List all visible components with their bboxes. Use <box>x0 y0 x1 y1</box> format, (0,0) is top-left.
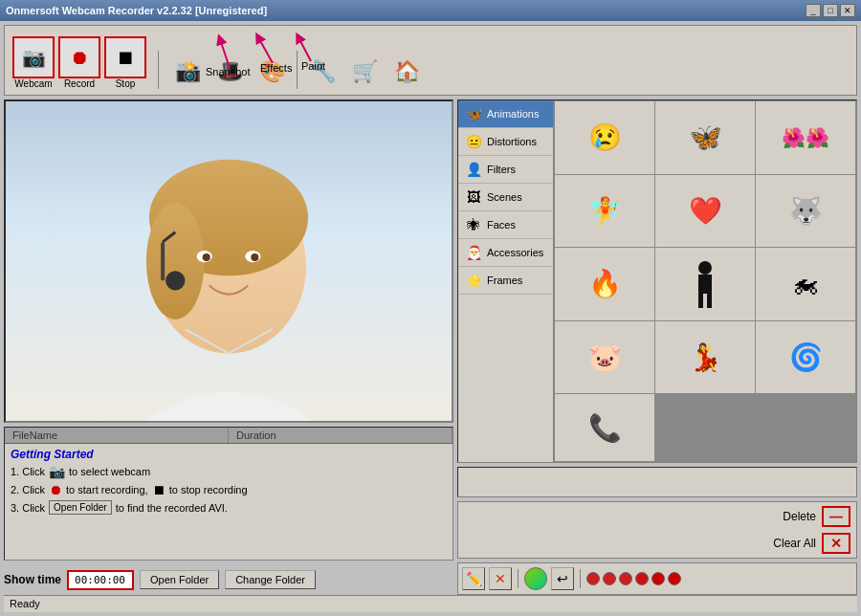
action-buttons-area: Delete — Clear All ✕ <box>457 501 857 559</box>
svg-point-13 <box>166 271 185 290</box>
category-frames[interactable]: ⭐ Frames <box>458 267 553 295</box>
open-folder-inline-btn[interactable]: Open Folder <box>49 500 112 515</box>
title-bar: Onmersoft Webcam Recorder v2.2.32 [Unreg… <box>0 0 861 21</box>
settings-icon[interactable]: 🔧 <box>305 55 340 89</box>
stop-icon-box[interactable]: ⏹ <box>104 36 146 78</box>
category-filters[interactable]: 👤 Filters <box>458 156 553 184</box>
eraser-tool-btn[interactable]: ✕ <box>489 567 512 590</box>
color-wheel-btn[interactable] <box>524 567 547 590</box>
status-text: Ready <box>10 598 40 609</box>
effect-butterfly[interactable]: 🦋 <box>655 101 755 174</box>
delete-label: Delete <box>783 510 816 523</box>
clear-all-button[interactable]: ✕ <box>822 533 850 554</box>
clear-all-label: Clear All <box>773 537 816 550</box>
category-scenes[interactable]: 🖼 Scenes <box>458 184 553 211</box>
category-animations[interactable]: 🦋 Animations <box>458 100 553 128</box>
webcam-label: Webcam <box>14 78 52 89</box>
home-icon[interactable]: 🏠 <box>389 55 424 89</box>
categories-sidebar: 🦋 Animations 😐 Distortions 👤 Filters 🖼 S… <box>458 100 554 462</box>
color-swatch-red4[interactable] <box>651 572 665 585</box>
effect-wolf[interactable]: 🐺 <box>756 175 855 248</box>
close-button[interactable]: ✕ <box>840 4 855 17</box>
person-svg <box>6 101 452 421</box>
effect-spinner[interactable]: 🌀 <box>756 321 855 394</box>
stop-tool[interactable]: ⏹ Stop <box>104 36 146 89</box>
paint-tool[interactable]: 🎨 <box>254 55 289 89</box>
webcam-inline-icon: 📷 <box>49 464 65 479</box>
filters-icon: 👤 <box>464 160 483 179</box>
effect-phone[interactable]: 📞 <box>555 394 654 461</box>
window-controls[interactable]: _ □ ✕ <box>806 4 855 17</box>
shop-tool[interactable]: 🛒 <box>347 55 382 89</box>
effect-cry[interactable]: 😢 <box>555 101 654 174</box>
webcam-icon-box[interactable]: 📷 <box>12 36 55 78</box>
file-list-area: FileName Duration Getting Started 1. Cli… <box>4 427 453 561</box>
delete-row: Delete — <box>783 506 850 527</box>
svg-rect-17 <box>698 275 712 294</box>
effect-motorbike[interactable]: 🏍 <box>756 248 855 320</box>
effect-flower[interactable]: 🌺🌺 <box>756 101 855 174</box>
getting-started-title: Getting Started <box>11 448 447 461</box>
record-inline-icon: ⏺ <box>49 482 62 497</box>
paint-icon[interactable]: 🎨 <box>254 55 289 89</box>
color-swatch-red3[interactable] <box>619 572 632 585</box>
effects-tool[interactable]: 🎩 <box>212 55 247 89</box>
home-tool[interactable]: 🏠 <box>389 55 424 89</box>
snapshot-tool[interactable]: 📸 <box>170 55 205 89</box>
effect-fairy[interactable]: 🧚 <box>555 175 654 248</box>
left-panel: FileName Duration Getting Started 1. Cli… <box>4 99 453 595</box>
bottom-right: Delete — Clear All ✕ ✏️ ✕ <box>457 467 857 595</box>
delete-button[interactable]: — <box>822 506 850 527</box>
undo-tool-btn[interactable]: ↩ <box>551 567 574 590</box>
pencil-tool-btn[interactable]: ✏️ <box>462 567 485 590</box>
effect-dancer[interactable]: 💃 <box>655 321 755 394</box>
effect-heart[interactable]: ❤️ <box>655 175 755 248</box>
color-swatches <box>586 572 681 585</box>
shop-icon[interactable]: 🛒 <box>347 55 382 89</box>
instruction-3: 3. Click Open Folder to find the recorde… <box>11 500 447 515</box>
color-swatch-red5[interactable] <box>668 572 681 585</box>
record-icon-box[interactable]: ⏺ <box>58 36 100 78</box>
svg-rect-19 <box>707 292 712 308</box>
settings-tool[interactable]: 🔧 <box>305 55 340 89</box>
record-label: Record <box>64 78 95 89</box>
effect-silhouette[interactable] <box>655 248 755 320</box>
file-list-content: Getting Started 1. Click 📷 to select web… <box>5 444 453 518</box>
svg-point-11 <box>203 253 210 261</box>
effects-panel: 🦋 Animations 😐 Distortions 👤 Filters 🖼 S… <box>457 99 857 463</box>
webcam-tool[interactable]: 📷 Webcam <box>12 36 55 89</box>
category-faces[interactable]: 🕷 Faces <box>458 211 553 239</box>
change-folder-button[interactable]: Change Folder <box>225 570 316 589</box>
filename-col-header: FileName <box>5 428 229 443</box>
category-accessories-label: Accessories <box>487 247 543 258</box>
svg-rect-18 <box>698 292 703 308</box>
effect-fire[interactable]: 🔥 <box>555 248 654 320</box>
category-distortions[interactable]: 😐 Distortions <box>458 128 553 156</box>
toolbar-divider <box>158 51 159 89</box>
color-swatch-red2[interactable] <box>603 572 616 585</box>
effect-pig[interactable]: 🐷 <box>555 321 654 394</box>
effects-grid: 😢 🦋 🌺🌺 🧚 ❤️ 🐺 🔥 <box>554 100 856 462</box>
scenes-icon: 🖼 <box>464 187 483 207</box>
category-animations-label: Animations <box>487 108 539 120</box>
minimize-button[interactable]: _ <box>806 4 821 17</box>
category-scenes-label: Scenes <box>487 191 522 203</box>
animations-icon: 🦋 <box>464 104 483 123</box>
svg-point-12 <box>251 253 258 261</box>
color-swatch-red[interactable] <box>586 572 600 585</box>
color-swatch-darkred[interactable] <box>635 572 649 585</box>
category-faces-label: Faces <box>487 219 516 231</box>
bottom-bar: Show time 00:00:00 Open Folder Change Fo… <box>4 564 453 595</box>
frames-icon: ⭐ <box>464 271 483 290</box>
tools-divider <box>518 569 519 588</box>
snapshot-icon[interactable]: 📸 <box>170 55 205 89</box>
preview-area <box>457 467 857 497</box>
effects-icon[interactable]: 🎩 <box>212 55 247 89</box>
maximize-button[interactable]: □ <box>823 4 838 17</box>
svg-point-8 <box>146 203 205 319</box>
category-accessories[interactable]: 🎅 Accessories <box>458 239 553 267</box>
faces-icon: 🕷 <box>464 215 483 234</box>
record-tool[interactable]: ⏺ Record <box>58 36 100 89</box>
distortions-icon: 😐 <box>464 132 483 151</box>
open-folder-button[interactable]: Open Folder <box>140 570 219 589</box>
